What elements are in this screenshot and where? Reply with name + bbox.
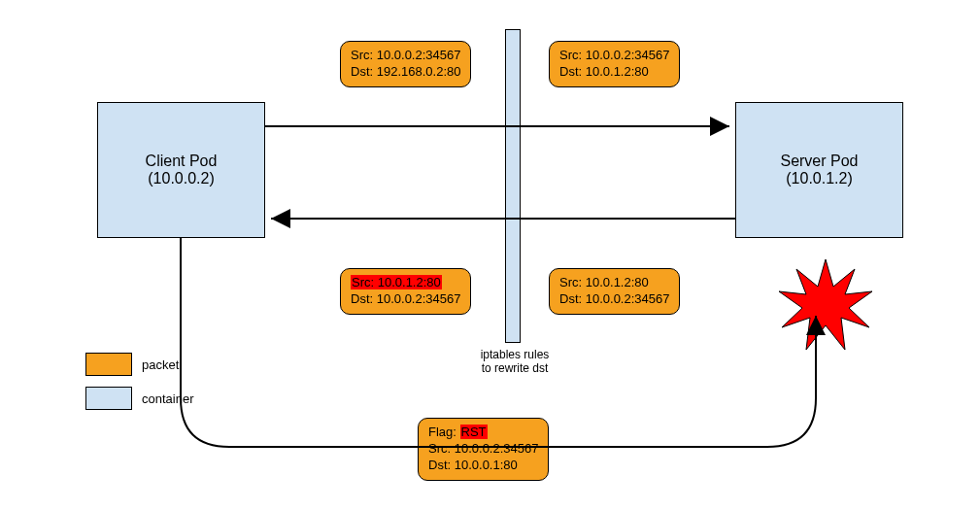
legend-swatch-container: [85, 387, 132, 410]
server-pod-ip: (10.0.1.2): [786, 170, 852, 187]
server-pod-name: Server Pod: [780, 153, 858, 170]
server-pod: Server Pod (10.0.1.2): [735, 102, 903, 238]
legend-swatch-packet: [85, 353, 132, 376]
legend-label-packet: packet: [142, 357, 179, 372]
client-pod-name: Client Pod: [146, 153, 218, 170]
arrow-rst: [175, 238, 855, 491]
packet-request-before-nat: Src: 10.0.0.2:34567 Dst: 192.168.0.2:80: [340, 41, 471, 87]
packet-src: Src: 10.0.0.2:34567: [559, 48, 669, 64]
client-pod-ip: (10.0.0.2): [148, 170, 214, 187]
arrow-request: [265, 112, 735, 141]
packet-request-after-nat: Src: 10.0.0.2:34567 Dst: 10.0.1.2:80: [549, 41, 680, 87]
packet-dst: Dst: 192.168.0.2:80: [351, 64, 460, 81]
client-pod: Client Pod (10.0.0.2): [97, 102, 265, 238]
packet-src: Src: 10.0.0.2:34567: [351, 48, 460, 64]
packet-dst: Dst: 10.0.1.2:80: [559, 64, 669, 81]
arrow-response: [265, 204, 735, 233]
